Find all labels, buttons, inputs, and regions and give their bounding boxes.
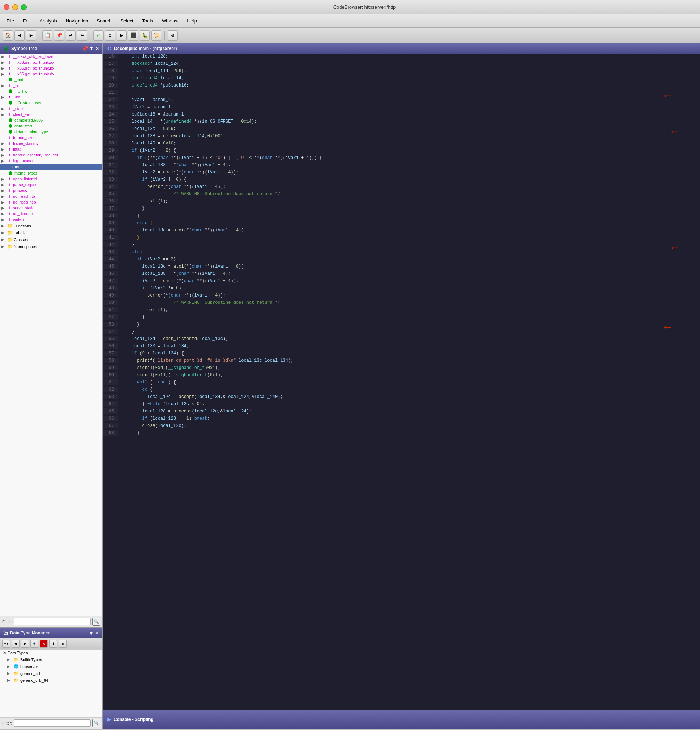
tree-item-x86-dx[interactable]: ▶ f __x86.get_pc_thunk.dx [0,71,102,77]
menu-help[interactable]: Help [184,17,201,25]
tree-group-classes[interactable]: ▶ 📁 Classes [0,236,102,243]
dtm-filter-search-btn[interactable]: 🔍 [92,719,100,727]
tree-group-labels[interactable]: ▶ 📁 Labels [0,229,102,236]
line-content: perror(*(char **)(iVar1 + 4)); [118,293,700,298]
toolbar-paste-btn[interactable]: 📌 [54,31,64,41]
menu-analysis[interactable]: Analysis [36,17,60,25]
dtm-filter-btn[interactable]: ⚙ [31,640,38,648]
dtm-expand-btn[interactable]: ▼ [89,630,94,636]
dtm-add-btn[interactable]: +▾ [2,640,10,648]
toolbar-debug-btn[interactable]: 🐛 [140,31,150,41]
tree-item-url-decode[interactable]: ▶ f url_decode [0,211,102,216]
menu-edit[interactable]: Edit [19,17,34,25]
maximize-button[interactable] [21,4,27,10]
tree-item-x86-bx[interactable]: ▶ f __x86.get_pc_thunk.bx [0,65,102,71]
menu-tools[interactable]: Tools [139,17,157,25]
tree-item-start[interactable]: ▶ f _start [0,106,102,111]
tree-label: _IO_stdin_used [15,101,42,105]
export-btn[interactable]: ⬆ [89,45,94,51]
dtm-select-btn[interactable]: ✕ [40,640,48,648]
tree-item-meme-types[interactable]: meme_types [0,170,102,176]
code-area[interactable]: 16 int local_128; 17 sockaddr local_124;… [103,54,700,710]
line-number: 19 [103,75,118,81]
tree-item-process[interactable]: ▶ f process [0,188,102,193]
toolbar-copy-btn[interactable]: 📋 [42,31,52,41]
dtm-info-btn[interactable]: ℹ [49,640,57,648]
close-button[interactable] [4,4,9,10]
toolbar-forward-btn[interactable]: ▶ [26,31,36,41]
menu-navigation[interactable]: Navigation [62,17,92,25]
tree-item-serve-static[interactable]: ▶ f serve_static [0,205,102,211]
toolbar-check-btn[interactable]: ✓ [93,31,104,41]
dtm-item-builtin[interactable]: ▶ 📁 BuiltInTypes [0,656,102,663]
tree-item-frame-dummy[interactable]: ▶ f frame_dummy [0,140,102,146]
dtm-item-httpserver[interactable]: ▶ 🌐 httpserver [0,663,102,670]
tree-item-handle-dir[interactable]: ▶ f handle_directory_request [0,152,102,158]
tree-label: _start [13,107,23,111]
line-content: char local_114 [256]; [118,68,700,74]
toolbar-home-btn[interactable]: 🏠 [3,31,13,41]
menu-search[interactable]: Search [93,17,115,25]
tree-item-completed[interactable]: completed.6886 [0,117,102,123]
tree-item-rio-readinitb[interactable]: ▶ f rio_readinitb [0,193,102,199]
tree-label: writen [13,217,23,222]
toolbar-analyze-btn[interactable]: ⚙ [105,31,115,41]
tree-item-data-start[interactable]: data_start [0,123,102,129]
code-line-52: 52 } [103,314,700,321]
line-number: 57 [103,350,118,356]
tree-item-x86-ax[interactable]: ▶ f __x86.get_pc_thunk.ax [0,59,102,65]
line-content: } while (local_12c < 0); [118,401,700,407]
line-number: 17 [103,61,118,66]
tree-item-fstat[interactable]: ▶ f fstat [0,146,102,152]
filter-search-btn[interactable]: 🔍 [92,618,100,626]
tree-item-main[interactable]: main [0,164,102,170]
menu-select[interactable]: Select [117,17,137,25]
menu-file[interactable]: File [3,17,18,25]
tree-item-format-size[interactable]: f format_size [0,135,102,140]
dtm-close-btn[interactable]: ✕ [95,630,99,636]
func-icon: f [7,54,12,59]
code-line-43: 43 else { [103,249,700,256]
dtm-item-generic-clib-64[interactable]: ▶ 📁 generic_clib_64 [0,677,102,684]
tree-item-io-stdin[interactable]: _IO_stdin_used [0,100,102,106]
tree-item-open-listenfd[interactable]: ▶ f open_listenfd [0,176,102,182]
tree-item-default-mime[interactable]: default_mime_type [0,129,102,135]
toolbar-run-btn[interactable]: ▶ [117,31,127,41]
tree-group-namespaces[interactable]: ▶ 📁 Namespaces [0,243,102,250]
tree-item-fini[interactable]: ▶ f _fini [0,83,102,88]
func-icon: f [7,188,12,193]
line-number: 54 [103,329,118,334]
tree-item-writen[interactable]: ▶ f writen [0,216,102,222]
dtm-filter-input[interactable] [14,720,91,727]
pin-btn[interactable]: 📌 [82,45,88,51]
symbol-tree-filter-input[interactable] [14,618,91,625]
minimize-button[interactable] [12,4,18,10]
toolbar-settings-btn[interactable]: ⚙ [168,31,178,41]
dtm-nav-fwd-btn[interactable]: ▶ [21,640,29,648]
dtm-item-generic-clib[interactable]: ▶ 📁 generic_clib [0,670,102,677]
tree-group-functions[interactable]: ▶ 📁 Functions [0,222,102,229]
tree-item-end[interactable]: _end [0,77,102,83]
dtm-nav-back-btn[interactable]: ◀ [12,640,19,648]
window-controls[interactable] [4,4,27,10]
toolbar-undo-btn[interactable]: ↩ [66,31,76,41]
toolbar-stop-btn[interactable]: ⬛ [128,31,138,41]
line-content: } [118,314,700,320]
tree-label: rio_readlineb [13,200,36,204]
close-tree-btn[interactable]: ✕ [95,45,99,51]
tree-item-client-error[interactable]: ▶ f client_error [0,111,102,117]
tree-item-stack-chk[interactable]: ▶ f __stack_chk_fail_local [0,54,102,59]
toolbar-redo-btn[interactable]: ↪ [77,31,87,41]
tree-item-parse-request[interactable]: ▶ f parse_request [0,182,102,188]
toolbar-script-btn[interactable]: 📜 [151,31,162,41]
tree-item-init[interactable]: ▶ f _init [0,94,102,100]
code-line-16: 16 int local_128; [103,54,700,61]
tree-item-fp-hw[interactable]: _fp_hw [0,88,102,94]
tree-item-rio-readlineb[interactable]: ▶ f rio_readlineb [0,199,102,205]
toolbar-back-btn[interactable]: ◀ [15,31,25,41]
tree-item-log-access[interactable]: ▶ f log_access [0,158,102,164]
dtm-layout-btn[interactable]: ≡ [58,640,67,648]
dtm-item-root[interactable]: 🗂 Data Types [0,650,102,656]
menu-window[interactable]: Window [158,17,182,25]
code-line-57: 57 if (0 < local_134) { [103,350,700,358]
